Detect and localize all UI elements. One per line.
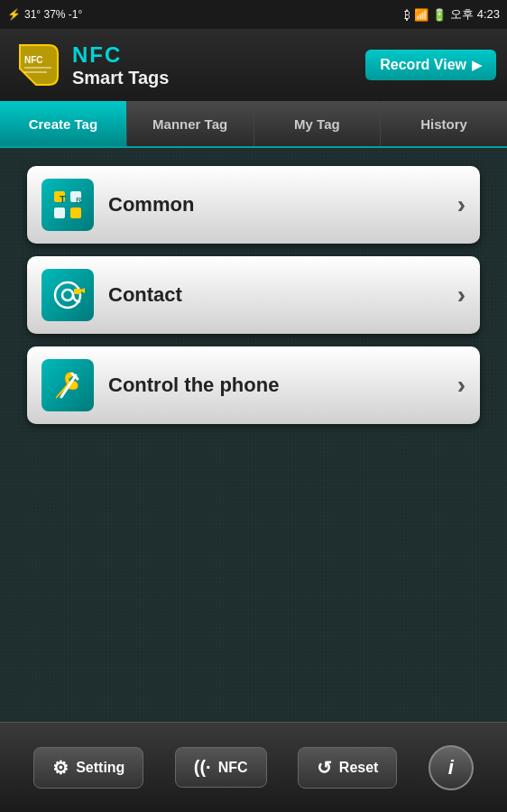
- time-display: 오후 4:23: [450, 6, 500, 23]
- reset-button[interactable]: ↺ Reset: [298, 747, 398, 789]
- setting-label: Setting: [76, 760, 124, 776]
- svg-rect-5: [54, 208, 65, 218]
- tab-create-tag-label: Create Tag: [29, 116, 97, 132]
- nfc-button[interactable]: ((· NFC: [175, 747, 267, 788]
- tab-history[interactable]: History: [381, 101, 507, 146]
- logo-area: NFC NFC Smart Tags: [11, 38, 169, 92]
- tab-my-tag-label: My Tag: [294, 116, 340, 132]
- svg-point-10: [62, 290, 73, 300]
- control-phone-arrow-icon: ›: [457, 371, 466, 400]
- svg-text:T: T: [60, 194, 66, 205]
- menu-item-control-phone[interactable]: Control the phone ›: [27, 346, 480, 424]
- logo-smart-tags: Smart Tags: [72, 68, 169, 88]
- tab-bar: Create Tag Manner Tag My Tag History: [0, 101, 507, 148]
- svg-text:NFC: NFC: [24, 55, 43, 65]
- contact-arrow-icon: ›: [457, 281, 466, 309]
- logo-nfc: NFC: [72, 42, 169, 68]
- status-left: ⚡ 31° 37% -1°: [7, 8, 82, 21]
- record-view-arrow-icon: ▶: [472, 58, 482, 72]
- status-bar: ⚡ 31° 37% -1° ₿ 📶 🔋 오후 4:23: [0, 0, 507, 29]
- svg-rect-11: [74, 289, 81, 294]
- tab-history-label: History: [420, 116, 467, 132]
- svg-text:R: R: [76, 196, 82, 205]
- menu-item-contact[interactable]: Contact ›: [27, 256, 480, 334]
- control-phone-label: Control the phone: [108, 374, 457, 397]
- nfc-label: NFC: [218, 760, 248, 776]
- record-view-label: Record View: [380, 57, 466, 73]
- status-text-left: 31° 37% -1°: [24, 8, 82, 21]
- common-arrow-icon: ›: [457, 190, 466, 219]
- main-content: T R Common › Contact ›: [0, 148, 507, 722]
- nfc-icon: ((·: [194, 757, 211, 778]
- info-button[interactable]: i: [429, 745, 474, 790]
- status-right: ₿ 📶 🔋 오후 4:23: [404, 6, 500, 23]
- svg-point-9: [55, 282, 80, 308]
- nfc-logo-icon: NFC: [11, 38, 65, 92]
- control-phone-icon: [41, 359, 94, 411]
- record-view-button[interactable]: Record View ▶: [365, 50, 496, 80]
- reset-label: Reset: [339, 760, 379, 776]
- header: NFC NFC Smart Tags Record View ▶: [0, 29, 507, 101]
- tab-manner-tag-label: Manner Tag: [152, 116, 227, 132]
- tab-create-tag[interactable]: Create Tag: [0, 101, 127, 146]
- signal-icon: 📶: [414, 8, 429, 22]
- tab-my-tag[interactable]: My Tag: [254, 101, 382, 146]
- menu-item-common[interactable]: T R Common ›: [27, 166, 480, 244]
- svg-marker-12: [81, 288, 85, 293]
- common-label: Common: [108, 193, 457, 217]
- info-label: i: [448, 756, 454, 780]
- contact-icon: [41, 269, 94, 321]
- contact-label: Contact: [108, 283, 457, 307]
- logo-text: NFC Smart Tags: [72, 42, 169, 88]
- common-icon: T R: [41, 179, 94, 231]
- svg-rect-6: [70, 208, 81, 218]
- bottom-bar: ⚙ Setting ((· NFC ↺ Reset i: [0, 722, 507, 812]
- setting-icon: ⚙: [52, 757, 69, 779]
- tab-manner-tag[interactable]: Manner Tag: [127, 101, 254, 146]
- reset-icon: ↺: [317, 757, 332, 779]
- battery-icon: 🔋: [432, 8, 447, 22]
- setting-button[interactable]: ⚙ Setting: [33, 747, 143, 789]
- usb-icon: ⚡: [7, 8, 21, 21]
- bluetooth-icon: ₿: [404, 8, 410, 22]
